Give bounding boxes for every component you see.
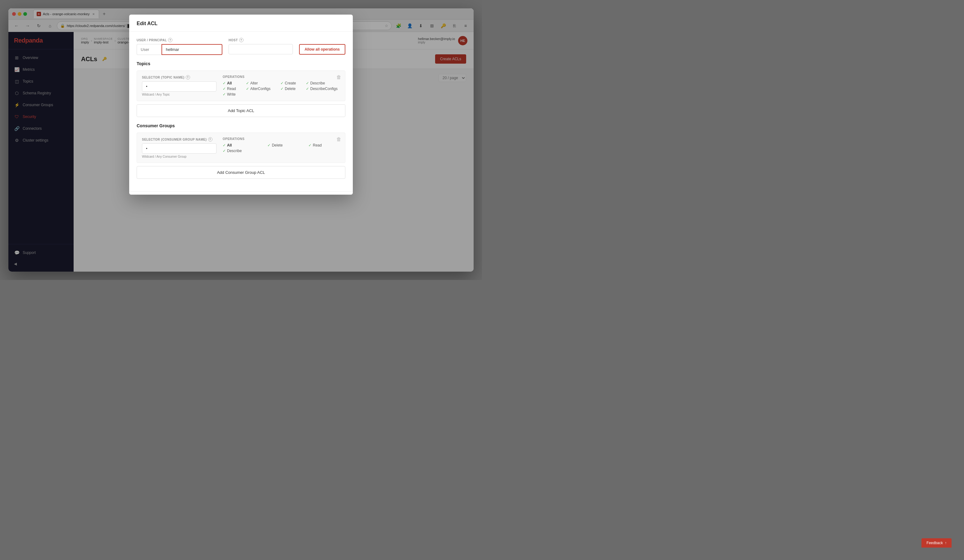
consumer-group-acl-row: 🗑 SELECTOR (CONSUMER GROUP NAME) ? Wildc…: [137, 133, 345, 163]
consumer-group-ops-grid: ✓ All ✓ Delete ✓ Read: [223, 143, 340, 153]
browser-window: R Acls - orange-volcanic-monkey ✕ + ← → …: [8, 8, 474, 272]
op-write-check: ✓: [223, 92, 226, 97]
op-describe-check: ✓: [306, 81, 309, 85]
topic-ops-grid: ✓ All ✓ Alter ✓ Create: [223, 81, 340, 97]
op-read-label: Read: [227, 87, 236, 91]
op-alterconfigs-check: ✓: [246, 87, 249, 91]
consumer-group-selector-group: SELECTOR (CONSUMER GROUP NAME) ? Wildcar…: [142, 137, 217, 158]
op-create: ✓ Create: [280, 81, 298, 85]
cg-op-delete: ✓ Delete: [267, 143, 301, 148]
user-input-wrapper: [137, 44, 222, 55]
cg-op-all-label: All: [227, 143, 232, 148]
consumer-group-selector-help-icon[interactable]: ?: [208, 137, 212, 141]
consumer-group-selector-label: SELECTOR (CONSUMER GROUP NAME) ?: [142, 137, 217, 141]
op-alterconfigs-label: AlterConfigs: [250, 87, 270, 91]
user-principal-group: USER / PRINCIPAL ?: [137, 38, 222, 55]
cg-op-describe-label: Describe: [227, 149, 242, 153]
cg-op-delete-check: ✓: [267, 143, 270, 148]
cg-op-read-label: Read: [313, 143, 322, 148]
op-describe: ✓ Describe: [306, 81, 340, 85]
user-value-input[interactable]: [161, 44, 222, 55]
cg-op-delete-label: Delete: [272, 143, 283, 148]
host-label: HOST ?: [229, 38, 293, 42]
op-describeconfigs-label: DescribeConfigs: [310, 87, 337, 91]
host-group: HOST ?: [229, 38, 293, 54]
op-delete: ✓ Delete: [280, 87, 298, 91]
op-alter-label: Alter: [250, 81, 258, 85]
cg-op-read: ✓ Read: [308, 143, 340, 148]
user-principal-row: USER / PRINCIPAL ? HOST ?: [137, 38, 345, 55]
topic-selector-group: SELECTOR (TOPIC NAME) ? Wildcard / Any T…: [142, 75, 217, 96]
modal-header: Edit ACL: [129, 15, 353, 32]
topic-ops-label: OPERATIONS: [223, 75, 340, 78]
op-delete-label: Delete: [285, 87, 296, 91]
modal-footer: Cancel OK: [129, 191, 353, 195]
allow-all-wrapper: Allow all operations: [299, 38, 345, 55]
op-read-check: ✓: [223, 87, 226, 91]
consumer-group-ops-label: OPERATIONS: [223, 137, 340, 141]
op-alter-check: ✓: [246, 81, 249, 85]
op-all: ✓ All: [223, 81, 239, 85]
topic-selector-label: SELECTOR (TOPIC NAME) ?: [142, 75, 217, 80]
topic-selector-input[interactable]: [142, 81, 217, 92]
modal-title: Edit ACL: [137, 21, 158, 26]
op-write-label: Write: [227, 92, 236, 97]
cg-op-all: ✓ All: [223, 143, 260, 148]
op-all-label: All: [227, 81, 232, 85]
user-principal-help-icon[interactable]: ?: [168, 38, 173, 42]
modal-overlay: Edit ACL USER / PRINCIPAL ?: [8, 8, 474, 272]
op-create-label: Create: [285, 81, 296, 85]
op-alter: ✓ Alter: [246, 81, 273, 85]
cg-op-all-check: ✓: [223, 143, 226, 148]
user-principal-label: USER / PRINCIPAL ?: [137, 38, 222, 42]
topic-acl-row-inner: SELECTOR (TOPIC NAME) ? Wildcard / Any T…: [142, 75, 340, 97]
op-alterconfigs: ✓ AlterConfigs: [246, 87, 273, 91]
user-prefix-input[interactable]: [137, 44, 161, 55]
topic-operations-group: OPERATIONS ✓ All ✓ Alter: [223, 75, 340, 97]
topic-wildcard-hint: Wildcard / Any Topic: [142, 93, 217, 96]
consumer-group-acl-row-inner: SELECTOR (CONSUMER GROUP NAME) ? Wildcar…: [142, 137, 340, 158]
op-describe-label: Describe: [310, 81, 325, 85]
consumer-groups-section-title: Consumer Groups: [137, 123, 345, 128]
cg-op-read-check: ✓: [308, 143, 311, 148]
edit-acl-modal: Edit ACL USER / PRINCIPAL ?: [129, 15, 353, 195]
topic-acl-row: 🗑 SELECTOR (TOPIC NAME) ? Wildcard / Any…: [137, 70, 345, 101]
topics-section-title: Topics: [137, 61, 345, 66]
op-create-check: ✓: [280, 81, 283, 85]
op-write: ✓ Write: [223, 92, 239, 97]
consumer-groups-section: Consumer Groups 🗑 SELECTOR (CONSUMER GRO…: [137, 123, 345, 179]
host-input[interactable]: [229, 44, 293, 54]
op-read: ✓ Read: [223, 87, 239, 91]
consumer-group-acl-delete-button[interactable]: 🗑: [336, 136, 341, 142]
topic-acl-delete-button[interactable]: 🗑: [336, 75, 341, 80]
cg-op-describe: ✓ Describe: [223, 149, 260, 153]
op-all-check: ✓: [223, 81, 226, 85]
allow-all-operations-button[interactable]: Allow all operations: [299, 44, 345, 55]
add-consumer-group-acl-button[interactable]: Add Consumer Group ACL: [137, 166, 345, 179]
add-topic-acl-button[interactable]: Add Topic ACL: [137, 104, 345, 117]
op-delete-check: ✓: [280, 87, 283, 91]
consumer-group-operations-group: OPERATIONS ✓ All ✓ Delete: [223, 137, 340, 153]
op-describeconfigs-check: ✓: [306, 87, 309, 91]
op-describeconfigs: ✓ DescribeConfigs: [306, 87, 340, 91]
modal-body: USER / PRINCIPAL ? HOST ?: [129, 32, 353, 191]
consumer-group-selector-input[interactable]: [142, 143, 217, 154]
cg-op-describe-check: ✓: [223, 149, 226, 153]
host-help-icon[interactable]: ?: [239, 38, 243, 42]
consumer-group-wildcard-hint: Wildcard / Any Consumer Group: [142, 155, 217, 158]
topic-selector-help-icon[interactable]: ?: [186, 75, 190, 80]
topics-section: Topics 🗑 SELECTOR (TOPIC NAME) ? Wildcar…: [137, 61, 345, 117]
